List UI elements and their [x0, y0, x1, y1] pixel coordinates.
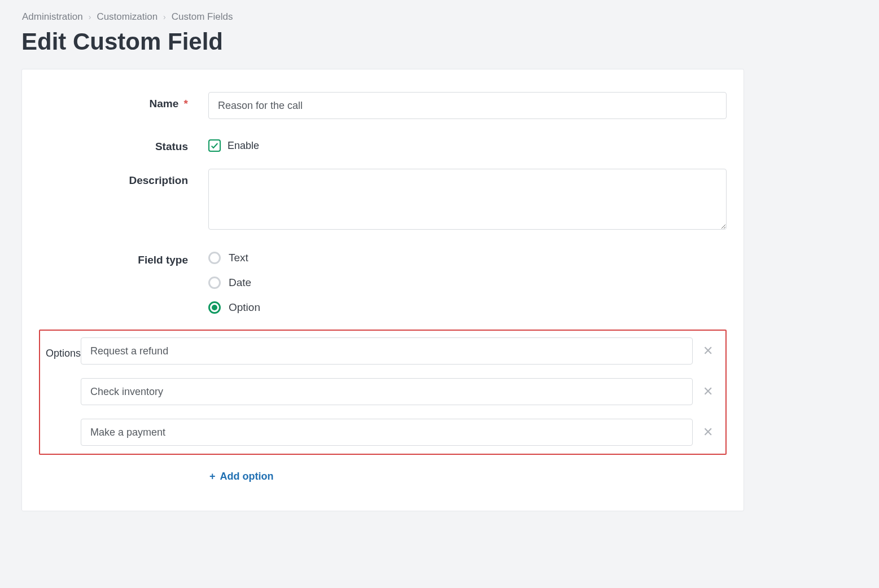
remove-option-button[interactable]: ✕ [698, 341, 718, 361]
label-options: Options [46, 337, 81, 446]
chevron-right-icon: › [163, 12, 166, 21]
name-input[interactable] [208, 92, 727, 119]
add-option-label: Add option [220, 471, 274, 482]
breadcrumb-item-customization[interactable]: Customization [97, 11, 158, 23]
radio-text[interactable]: Text [208, 252, 727, 264]
label-field-type: Field type [39, 248, 208, 266]
radio-option[interactable]: Option [208, 301, 727, 314]
close-icon: ✕ [703, 425, 713, 440]
row-name: Name * [39, 92, 727, 119]
radio-date-label: Date [229, 277, 251, 289]
field-type-radio-group: Text Date Option [208, 248, 727, 314]
radio-date[interactable]: Date [208, 277, 727, 289]
required-mark: * [184, 98, 188, 109]
remove-option-button[interactable]: ✕ [698, 382, 718, 401]
plus-icon: + [209, 471, 216, 482]
radio-icon [208, 252, 221, 264]
option-row: ✕ [81, 378, 718, 405]
description-textarea[interactable] [208, 169, 727, 230]
label-name: Name * [39, 92, 208, 110]
check-icon [210, 141, 219, 150]
radio-text-label: Text [229, 252, 248, 264]
label-description: Description [39, 169, 208, 187]
label-name-text: Name [150, 98, 179, 109]
chevron-right-icon: › [89, 12, 91, 21]
breadcrumb-item-administration[interactable]: Administration [22, 11, 83, 23]
radio-icon [208, 277, 221, 289]
radio-option-label: Option [229, 301, 260, 314]
option-row: ✕ [81, 337, 718, 365]
breadcrumb-item-custom-fields[interactable]: Custom Fields [172, 11, 233, 23]
option-input-3[interactable] [81, 419, 693, 446]
breadcrumb: Administration › Customization › Custom … [17, 11, 862, 23]
form-card: Name * Status Enable Description Field t… [21, 69, 744, 511]
row-status: Status Enable [39, 135, 727, 153]
enable-checkbox-label: Enable [228, 140, 259, 152]
option-row: ✕ [81, 419, 718, 446]
enable-checkbox[interactable] [208, 139, 221, 152]
close-icon: ✕ [703, 384, 713, 399]
option-input-1[interactable] [81, 337, 693, 365]
add-option-button[interactable]: + Add option [209, 471, 273, 482]
radio-icon [208, 301, 221, 314]
remove-option-button[interactable]: ✕ [698, 423, 718, 442]
option-input-2[interactable] [81, 378, 693, 405]
options-highlight-box: Options ✕ ✕ ✕ [39, 330, 727, 455]
row-field-type: Field type Text Date Option [39, 248, 727, 314]
close-icon: ✕ [703, 344, 713, 358]
page-title: Edit Custom Field [21, 28, 862, 55]
row-description: Description [39, 169, 727, 232]
options-list: ✕ ✕ ✕ [81, 337, 720, 446]
row-add-option: + Add option [39, 458, 727, 482]
label-status: Status [39, 135, 208, 153]
